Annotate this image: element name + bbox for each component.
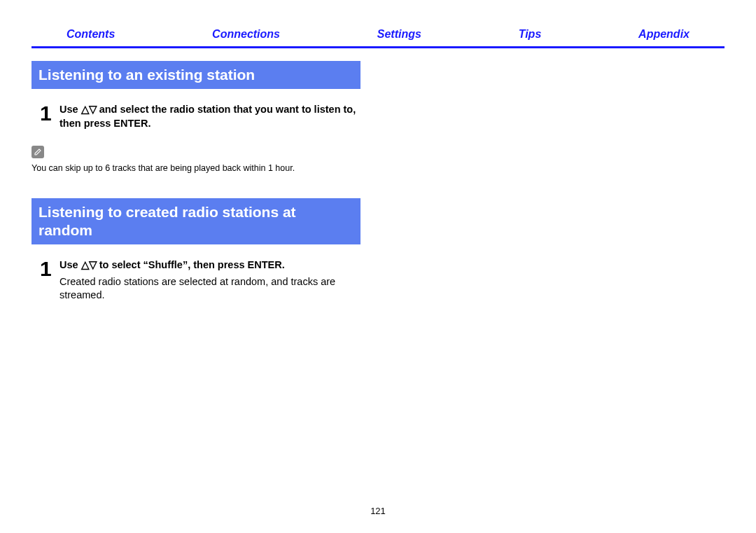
section-title-existing-station: Listening to an existing station <box>31 61 360 89</box>
step-text-post: to select “Shuffle”, then press ENTER. <box>97 259 285 270</box>
nav-connections[interactable]: Connections <box>212 28 280 41</box>
step-number: 1 <box>40 102 59 124</box>
step-text-pre: Use <box>59 259 81 270</box>
page-number: 121 <box>0 506 756 516</box>
updown-arrow-icon: △▽ <box>81 104 97 115</box>
top-nav: Contents Connections Settings Tips Appen… <box>31 28 724 46</box>
nav-appendix[interactable]: Appendix <box>638 28 690 41</box>
step-1-random: 1 Use △▽ to select “Shuffle”, then press… <box>40 257 360 303</box>
nav-divider <box>31 46 724 48</box>
step-text-pre: Use <box>59 104 81 115</box>
updown-arrow-icon: △▽ <box>81 259 97 270</box>
note-text: You can skip up to 6 tracks that are bei… <box>31 162 360 174</box>
nav-settings[interactable]: Settings <box>377 28 421 41</box>
step-instruction: Use △▽ to select “Shuffle”, then press E… <box>59 258 360 272</box>
section-title-random-stations: Listening to created radio stations at r… <box>31 198 360 245</box>
step-number: 1 <box>40 257 59 279</box>
step-description: Created radio stations are selected at r… <box>59 275 360 303</box>
nav-contents[interactable]: Contents <box>66 28 115 41</box>
step-text-post: and select the radio station that you wa… <box>59 104 356 129</box>
step-1-existing: 1 Use △▽ and select the radio station th… <box>40 102 360 130</box>
note-pencil-icon <box>31 146 44 158</box>
step-instruction: Use △▽ and select the radio station that… <box>59 104 356 129</box>
nav-tips[interactable]: Tips <box>519 28 542 41</box>
